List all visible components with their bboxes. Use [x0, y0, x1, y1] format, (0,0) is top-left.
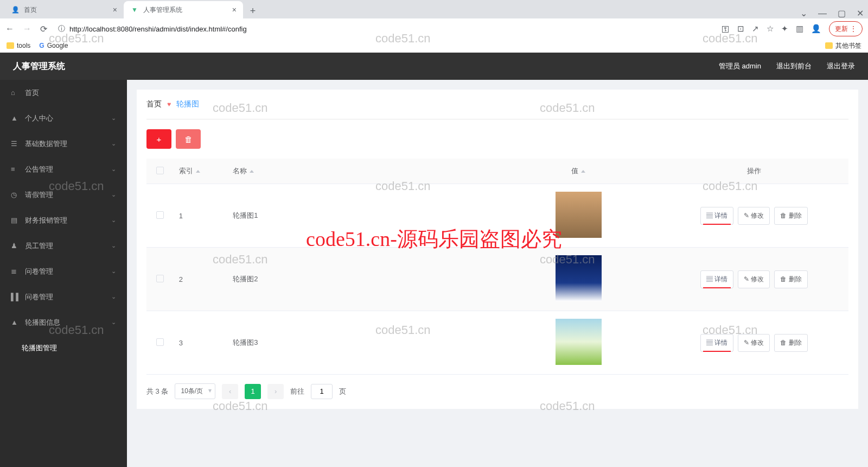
share-icon[interactable]: ↗	[752, 24, 759, 34]
admin-label[interactable]: 管理员 admin	[719, 61, 761, 71]
app-container: 人事管理系统 管理员 admin 退出到前台 退出登录 ⌂首页 ▲个人中心⌄ ☰…	[0, 53, 868, 467]
detail-button[interactable]: ▤ 详情	[700, 270, 733, 288]
panel-icon[interactable]: ▥	[796, 24, 803, 34]
translate-icon[interactable]: ⊡	[737, 24, 744, 34]
app-title: 人事管理系统	[13, 61, 65, 72]
back-icon[interactable]: ←	[5, 24, 14, 34]
breadcrumb-home[interactable]: 首页	[146, 99, 162, 109]
sidebar-item-survey1[interactable]: ≣问卷管理⌄	[0, 258, 127, 284]
sidebar-item-employee[interactable]: ♟员工管理⌄	[0, 233, 127, 258]
delete-row-button[interactable]: 🗑 删除	[774, 207, 807, 225]
chevron-down-icon[interactable]: ⌄	[800, 8, 807, 18]
google-icon: G	[39, 42, 44, 49]
edit-button[interactable]: ✎ 修改	[738, 207, 770, 225]
th-ops: 操作	[660, 159, 848, 184]
data-icon: ☰	[11, 140, 20, 148]
th-index[interactable]: 索引	[174, 159, 228, 184]
goto-page-input[interactable]	[311, 384, 333, 399]
chevron-down-icon: ⌄	[111, 293, 116, 300]
bookmark-tools[interactable]: tools	[7, 42, 30, 49]
extensions-icon[interactable]: ✦	[781, 24, 788, 34]
sidebar-item-finance[interactable]: ▤财务报销管理⌄	[0, 207, 127, 233]
chevron-down-icon: ⌄	[111, 166, 116, 173]
bookmark-google[interactable]: G Google	[39, 42, 68, 49]
sidebar-item-carousel[interactable]: ▲轮播图信息⌄	[0, 310, 127, 335]
add-button[interactable]: +	[146, 129, 171, 149]
edit-button[interactable]: ✎ 修改	[738, 270, 770, 288]
row-name[interactable]: 轮播图1	[227, 184, 497, 248]
row-thumbnail[interactable]	[556, 192, 602, 238]
sidebar-item-announce[interactable]: ≡公告管理⌄	[0, 156, 127, 182]
row-checkbox[interactable]	[156, 275, 164, 282]
tab-bar: 👤 首页 × ▼ 人事管理系统 × + ⌄ — ▢ ✕	[0, 0, 868, 18]
app-header: 人事管理系统 管理员 admin 退出到前台 退出登录	[0, 53, 868, 80]
new-tab-button[interactable]: +	[245, 3, 260, 18]
th-name[interactable]: 名称	[227, 159, 497, 184]
profile-icon[interactable]: 👤	[811, 24, 821, 34]
minimize-icon[interactable]: —	[818, 9, 827, 18]
row-index: 3	[174, 311, 228, 375]
employee-icon: ♟	[11, 242, 20, 250]
row-thumbnail[interactable]	[556, 319, 602, 365]
maximize-icon[interactable]: ▢	[838, 8, 846, 18]
main-content: 首页 ♥ 轮播图 + 🗑 索引 名称 值 操作	[127, 80, 868, 467]
sidebar-item-survey2[interactable]: ▌▌问卷管理⌄	[0, 284, 127, 310]
edit-button[interactable]: ✎ 修改	[738, 334, 770, 352]
close-icon[interactable]: ×	[232, 5, 237, 14]
browser-chrome: 👤 首页 × ▼ 人事管理系统 × + ⌄ — ▢ ✕ ← → ⟳ ⓘ http…	[0, 0, 868, 53]
close-icon[interactable]: ×	[113, 5, 117, 14]
delete-row-button[interactable]: 🗑 删除	[774, 270, 807, 288]
row-name[interactable]: 轮播图2	[227, 248, 497, 311]
chevron-down-icon: ⌄	[111, 115, 116, 122]
delete-row-button[interactable]: 🗑 删除	[774, 334, 807, 352]
chevron-down-icon: ⌄	[111, 140, 116, 147]
url-input[interactable]: ⓘ http://localhost:8080/renshi/admin/dis…	[53, 21, 716, 36]
data-table: 索引 名称 值 操作 1 轮播图1 ▤ 详情 ✎ 修改 🗑 删除 2 轮播图2 …	[146, 159, 848, 375]
exit-to-front-link[interactable]: 退出到前台	[776, 61, 812, 71]
leave-icon: ◷	[11, 191, 20, 199]
reload-icon[interactable]: ⟳	[40, 24, 47, 34]
sidebar: ⌂首页 ▲个人中心⌄ ☰基础数据管理⌄ ≡公告管理⌄ ◷请假管理⌄ ▤财务报销管…	[0, 80, 127, 467]
delete-button[interactable]: 🗑	[176, 129, 201, 149]
chevron-down-icon: ⌄	[111, 191, 116, 198]
user-icon: ▲	[11, 114, 20, 122]
next-page-button[interactable]: ›	[267, 384, 284, 399]
bookmark-other[interactable]: 其他书签	[825, 41, 861, 51]
checkbox-all[interactable]	[156, 167, 164, 174]
pagination-total: 共 3 条	[146, 387, 168, 396]
detail-button[interactable]: ▤ 详情	[700, 207, 733, 225]
info-icon[interactable]: ⓘ	[58, 24, 65, 34]
star-icon[interactable]: ☆	[767, 24, 774, 34]
row-name[interactable]: 轮播图3	[227, 311, 497, 375]
update-button[interactable]: 更新 ⋮	[829, 21, 863, 36]
page-size-select[interactable]: 10条/页	[175, 383, 215, 399]
folder-icon	[7, 42, 14, 49]
breadcrumb-current: 轮播图	[176, 99, 199, 109]
page-1-button[interactable]: 1	[245, 384, 261, 399]
prev-page-button[interactable]: ‹	[222, 384, 238, 399]
sidebar-subitem-carousel-mgmt[interactable]: 轮播图管理	[0, 335, 127, 361]
sidebar-item-basedata[interactable]: ☰基础数据管理⌄	[0, 131, 127, 156]
logout-link[interactable]: 退出登录	[827, 61, 855, 71]
window-controls: ⌄ — ▢ ✕	[800, 8, 868, 18]
row-index: 2	[174, 248, 228, 311]
detail-button[interactable]: ▤ 详情	[700, 334, 733, 352]
browser-tab-0[interactable]: 👤 首页 ×	[4, 1, 124, 18]
survey-icon: ≣	[11, 267, 20, 275]
sidebar-item-leave[interactable]: ◷请假管理⌄	[0, 182, 127, 207]
key-icon[interactable]: ⚿	[722, 24, 730, 34]
row-checkbox[interactable]	[156, 338, 164, 346]
heart-icon: ♥	[167, 100, 171, 108]
row-checkbox[interactable]	[156, 211, 164, 219]
browser-tab-1[interactable]: ▼ 人事管理系统 ×	[124, 1, 243, 18]
close-window-icon[interactable]: ✕	[857, 8, 864, 18]
sidebar-item-home[interactable]: ⌂首页	[0, 80, 127, 105]
update-label: 更新	[835, 24, 848, 34]
row-thumbnail[interactable]	[556, 255, 602, 301]
forward-icon[interactable]: →	[23, 24, 31, 34]
folder-icon	[825, 42, 833, 49]
table-row: 3 轮播图3 ▤ 详情 ✎ 修改 🗑 删除	[146, 311, 848, 375]
th-value[interactable]: 值	[497, 159, 660, 184]
goto-suffix: 页	[339, 387, 346, 396]
sidebar-item-profile[interactable]: ▲个人中心⌄	[0, 105, 127, 131]
